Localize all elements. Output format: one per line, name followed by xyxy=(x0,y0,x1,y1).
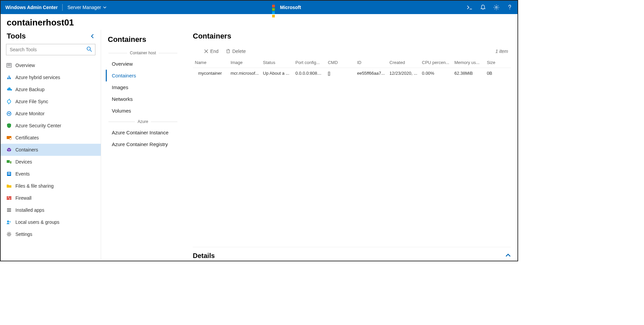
tools-list: OverviewAzure hybrid servicesAzure Backu… xyxy=(1,59,101,260)
firewall-icon xyxy=(6,195,12,201)
cell: 0.0.0.0:8080-... xyxy=(294,68,326,79)
col-created[interactable]: Created xyxy=(388,57,420,68)
tool-item-label: Azure Security Center xyxy=(15,123,61,128)
sync-icon xyxy=(6,99,12,105)
tool-item-certificates[interactable]: Certificates xyxy=(1,132,101,144)
cell: 12/23/2020, ... xyxy=(388,68,420,79)
tool-item-local-users-groups[interactable]: Local users & groups xyxy=(1,216,101,228)
cell: 0B xyxy=(485,68,511,79)
tool-item-label: Azure Monitor xyxy=(15,111,45,116)
tool-item-installed-apps[interactable]: Installed apps xyxy=(1,204,101,216)
containers-table: NameImageStatusPort config...CMDIDCreate… xyxy=(193,57,511,78)
tool-item-azure-file-sync[interactable]: Azure File Sync xyxy=(1,95,101,108)
subnav-item-networks[interactable]: Networks xyxy=(106,93,180,105)
svg-point-0 xyxy=(496,7,497,8)
cell: [] xyxy=(326,68,355,79)
details-title: Details xyxy=(193,252,215,260)
col-size[interactable]: Size xyxy=(485,57,511,68)
close-icon xyxy=(204,49,208,53)
col-image[interactable]: Image xyxy=(229,57,261,68)
table-row[interactable]: mycontainermcr.microsof...Up About a ...… xyxy=(193,68,511,79)
tools-search-input[interactable] xyxy=(6,44,95,55)
users-icon xyxy=(6,219,12,225)
col-cmd[interactable]: CMD xyxy=(326,57,355,68)
collapse-details-icon[interactable] xyxy=(505,253,511,259)
col-name[interactable]: Name xyxy=(193,57,229,68)
apps-icon xyxy=(6,207,12,213)
server-icon xyxy=(6,62,12,68)
col-cpu-percen-[interactable]: CPU percen... xyxy=(420,57,453,68)
devices-icon xyxy=(6,159,12,165)
svg-rect-12 xyxy=(8,173,10,173)
item-count: 1 item xyxy=(495,49,511,54)
content-area: Containers End Delete 1 item NameImageSt… xyxy=(185,30,517,260)
svg-point-1 xyxy=(87,47,90,50)
settings-gear-icon[interactable] xyxy=(493,4,499,10)
subnav-item-overview[interactable]: Overview xyxy=(106,58,180,70)
scope-dropdown[interactable]: Server Manager xyxy=(67,5,106,10)
table-body: mycontainermcr.microsof...Up About a ...… xyxy=(193,68,511,79)
subnav-item-volumes[interactable]: Volumes xyxy=(106,105,180,117)
tool-item-azure-monitor[interactable]: Azure Monitor xyxy=(1,108,101,120)
tool-item-azure-security-center[interactable]: Azure Security Center xyxy=(1,120,101,132)
tool-item-label: Settings xyxy=(15,232,32,237)
col-port-config-[interactable]: Port config... xyxy=(294,57,326,68)
svg-point-5 xyxy=(7,100,11,103)
delete-label: Delete xyxy=(232,49,246,54)
subnav-group-label: Container host xyxy=(106,51,180,55)
tool-item-firewall[interactable]: Firewall xyxy=(1,192,101,204)
tool-item-files-file-sharing[interactable]: Files & file sharing xyxy=(1,180,101,192)
subnav-item-containers[interactable]: Containers xyxy=(106,70,180,81)
containers-subnav: Containers Container hostOverviewContain… xyxy=(101,30,185,260)
col-memory-us-[interactable]: Memory us... xyxy=(452,57,485,68)
svg-rect-10 xyxy=(10,161,11,164)
svg-rect-3 xyxy=(7,64,11,65)
end-label: End xyxy=(210,49,219,54)
tool-item-label: Containers xyxy=(15,147,38,152)
notifications-icon[interactable] xyxy=(480,4,486,10)
monitor-icon xyxy=(6,111,12,117)
console-icon[interactable] xyxy=(467,4,473,10)
tool-item-label: Local users & groups xyxy=(15,219,60,225)
svg-point-17 xyxy=(8,233,10,235)
tool-item-settings[interactable]: Settings xyxy=(1,228,101,240)
center-brand: Microsoft xyxy=(106,4,467,10)
gear-icon xyxy=(6,231,12,237)
tool-item-overview[interactable]: Overview xyxy=(1,59,101,71)
details-panel: Details xyxy=(193,247,511,260)
tool-item-events[interactable]: Events xyxy=(1,168,101,180)
host-name: containerhost01 xyxy=(1,14,517,30)
end-button[interactable]: End xyxy=(204,49,219,54)
subnav-title: Containers xyxy=(106,33,180,48)
search-icon[interactable] xyxy=(86,46,93,54)
svg-rect-13 xyxy=(8,174,10,175)
cell: 0.00% xyxy=(420,68,453,79)
product-brand[interactable]: Windows Admin Center xyxy=(5,5,58,10)
tool-item-azure-backup[interactable]: Azure Backup xyxy=(1,83,101,95)
tool-item-label: Overview xyxy=(15,63,35,68)
subnav-group-label: Azure xyxy=(106,119,180,124)
content-title: Containers xyxy=(193,30,511,47)
svg-rect-4 xyxy=(7,65,11,66)
cell: Up About a ... xyxy=(261,68,294,79)
table-header-row: NameImageStatusPort config...CMDIDCreate… xyxy=(193,57,511,68)
scope-label: Server Manager xyxy=(67,5,101,10)
tool-item-azure-hybrid-services[interactable]: Azure hybrid services xyxy=(1,71,101,83)
subnav-item-azure-container-instance[interactable]: Azure Container Instance xyxy=(106,127,180,138)
divider xyxy=(62,4,63,11)
collapse-tools-icon[interactable] xyxy=(90,32,95,41)
help-icon[interactable] xyxy=(507,4,513,10)
delete-button[interactable]: Delete xyxy=(226,49,246,54)
subnav-item-images[interactable]: Images xyxy=(106,81,180,93)
cell: 62.38MiB xyxy=(452,68,485,79)
shield-icon xyxy=(6,123,12,129)
tool-item-devices[interactable]: Devices xyxy=(1,156,101,168)
microsoft-label: Microsoft xyxy=(280,5,301,10)
col-status[interactable]: Status xyxy=(261,57,294,68)
command-bar: End Delete 1 item xyxy=(193,47,511,57)
tool-item-label: Files & file sharing xyxy=(15,183,54,189)
tool-item-containers[interactable]: Containers xyxy=(1,144,101,156)
subnav-item-azure-container-registry[interactable]: Azure Container Registry xyxy=(106,138,180,150)
col-id[interactable]: ID xyxy=(355,57,388,68)
folder-icon xyxy=(6,183,12,189)
